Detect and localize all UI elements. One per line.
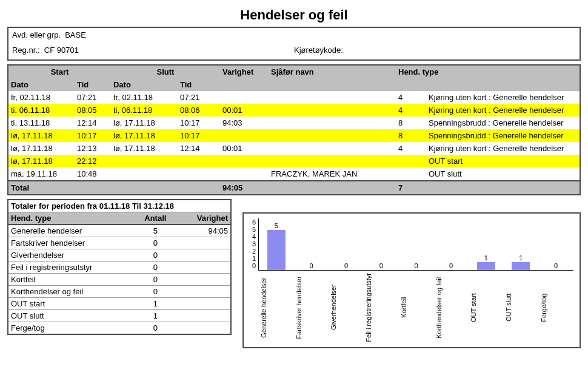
total-dur: 94:05 bbox=[220, 181, 269, 195]
cell-sd: ma, 19.11.18 bbox=[8, 167, 75, 181]
dept-field: Avd. eller grp. BASE bbox=[12, 30, 576, 39]
summary-type: OUT start bbox=[8, 298, 135, 309]
summary-row: OUT slutt1 bbox=[8, 310, 230, 322]
page-title: Hendelser og feil bbox=[7, 7, 581, 23]
summary-type: Fartskriver hendelser bbox=[8, 237, 135, 249]
cell-sd: ti, 06.11.18 bbox=[8, 104, 75, 116]
bar-value: 1 bbox=[484, 255, 488, 262]
summary-row: OUT start1 bbox=[8, 298, 230, 310]
bar-col: 1 bbox=[505, 255, 536, 270]
bar-value: 0 bbox=[379, 263, 383, 269]
cell-drv bbox=[269, 116, 396, 129]
hdr-varighet: Varighet bbox=[220, 65, 269, 78]
summary-dur: 94:05 bbox=[176, 225, 230, 237]
cell-code: 8 bbox=[396, 116, 426, 129]
y-tick: 1 bbox=[252, 255, 256, 262]
cell-desc: OUT start bbox=[426, 155, 580, 167]
table-row: fr, 02.11.1807:21fr, 02.11.1807:214Kjøri… bbox=[8, 91, 580, 104]
chart-plot: 500000110 bbox=[258, 218, 573, 271]
table-row: ti, 13.11.1812:14lø, 17.11.1810:1794:038… bbox=[8, 116, 580, 129]
cell-ed bbox=[111, 155, 178, 167]
bar-value: 5 bbox=[275, 223, 278, 229]
cell-drv bbox=[269, 91, 396, 104]
events-table: Start Slutt Varighet Sjåfør navn Hend. t… bbox=[7, 64, 581, 195]
cell-dur bbox=[220, 129, 269, 142]
x-label: OUT start bbox=[470, 273, 501, 342]
cell-et bbox=[178, 155, 220, 167]
bar-value: 0 bbox=[449, 263, 453, 269]
y-tick: 0 bbox=[252, 262, 256, 269]
bar bbox=[477, 262, 495, 270]
cell-et: 12:14 bbox=[178, 142, 220, 155]
summary-row: Feil i registreringsutstyr0 bbox=[8, 262, 230, 274]
hdr-dato1: Dato bbox=[8, 78, 75, 91]
cell-sd: lø, 17.11.18 bbox=[8, 129, 75, 142]
cell-sd: fr, 02.11.18 bbox=[8, 91, 75, 104]
summary-type: Giverhendelser bbox=[8, 249, 135, 261]
cell-dur bbox=[220, 91, 269, 104]
x-label: Korthendelser og feil bbox=[435, 273, 467, 342]
cell-st: 10:48 bbox=[75, 167, 111, 181]
table-row: ma, 19.11.1810:48FRACZYK, MAREK JANOUT s… bbox=[8, 167, 580, 181]
summary-type: Korthendelser og feil bbox=[8, 286, 135, 297]
summary-dur bbox=[176, 322, 230, 334]
cell-dur: 00:01 bbox=[220, 104, 269, 116]
hdr-slutt: Slutt bbox=[111, 65, 220, 78]
bar-value: 0 bbox=[309, 263, 313, 269]
cell-ed: lø, 17.11.18 bbox=[111, 129, 178, 142]
summary-type: OUT slutt bbox=[8, 310, 135, 322]
summary-type: Ferge/tog bbox=[8, 322, 135, 334]
cell-code bbox=[396, 167, 426, 181]
x-label: OUT slutt bbox=[505, 273, 536, 342]
chart-x-axis: Generelle hendelserFartskriver hendelser… bbox=[258, 273, 573, 342]
hdr-hendtype: Hend. type bbox=[396, 65, 580, 78]
summary-box: Totaler for perioden fra 01.11.18 Til 31… bbox=[7, 199, 232, 335]
cell-code: 4 bbox=[396, 142, 426, 155]
table-row: lø, 17.11.1812:13lø, 17.11.1812:1400:014… bbox=[8, 142, 580, 155]
info-box: Avd. eller grp. BASE Reg.nr.: CF 90701 K… bbox=[7, 27, 581, 61]
summary-hdr-count: Antall bbox=[135, 212, 176, 224]
summary-count: 0 bbox=[135, 237, 176, 249]
cell-et: 07:21 bbox=[178, 91, 220, 104]
summary-dur bbox=[176, 286, 230, 297]
chart: 6543210 500000110 Generelle hendelserFar… bbox=[242, 212, 581, 348]
reg-label: Reg.nr.: bbox=[12, 46, 40, 55]
cell-dur bbox=[220, 167, 269, 181]
summary-count: 0 bbox=[135, 262, 176, 273]
bar-col: 0 bbox=[366, 263, 397, 270]
table-row: lø, 17.11.1822:12OUT start bbox=[8, 155, 580, 167]
summary-count: 0 bbox=[135, 249, 176, 261]
bar bbox=[267, 230, 286, 271]
y-tick: 2 bbox=[252, 248, 256, 255]
y-tick: 5 bbox=[252, 226, 256, 233]
cell-desc: Kjøring uten kort : Generelle hendelser bbox=[426, 104, 580, 116]
summary-type: Kortfeil bbox=[8, 274, 135, 285]
hdr-tid1: Tid bbox=[75, 78, 111, 91]
cell-et: 10:17 bbox=[178, 129, 220, 142]
bar-col: 0 bbox=[435, 263, 467, 270]
bar-value: 0 bbox=[414, 263, 418, 269]
cell-desc: OUT slutt bbox=[426, 167, 580, 181]
bar-value: 0 bbox=[554, 263, 558, 269]
summary-dur bbox=[176, 249, 230, 261]
bar-col: 0 bbox=[401, 263, 432, 270]
summary-type: Feil i registreringsutstyr bbox=[8, 262, 135, 273]
summary-row: Fartskriver hendelser0 bbox=[8, 237, 230, 249]
cell-desc: Spenningsbrudd : Generelle hendelser bbox=[426, 129, 580, 142]
vehcode-label: Kjøretøykode: bbox=[294, 46, 343, 55]
cell-drv bbox=[269, 155, 396, 167]
cell-code: 4 bbox=[396, 104, 426, 116]
x-label: Kortfeil bbox=[400, 273, 432, 342]
cell-code: 4 bbox=[396, 91, 426, 104]
cell-st: 22:12 bbox=[75, 155, 111, 167]
hdr-start: Start bbox=[8, 65, 111, 78]
x-label: Giverhendelser bbox=[330, 273, 361, 342]
summary-row: Giverhendelser0 bbox=[8, 249, 230, 262]
vehcode-field: Kjøretøykode: bbox=[294, 46, 576, 55]
hdr-tid2: Tid bbox=[178, 78, 220, 91]
summary-row: Kortfeil0 bbox=[8, 274, 230, 286]
cell-drv bbox=[269, 104, 396, 116]
cell-sd: lø, 17.11.18 bbox=[8, 155, 75, 167]
x-label: Fartskriver hendelser bbox=[295, 273, 327, 342]
cell-st: 12:14 bbox=[75, 116, 111, 129]
